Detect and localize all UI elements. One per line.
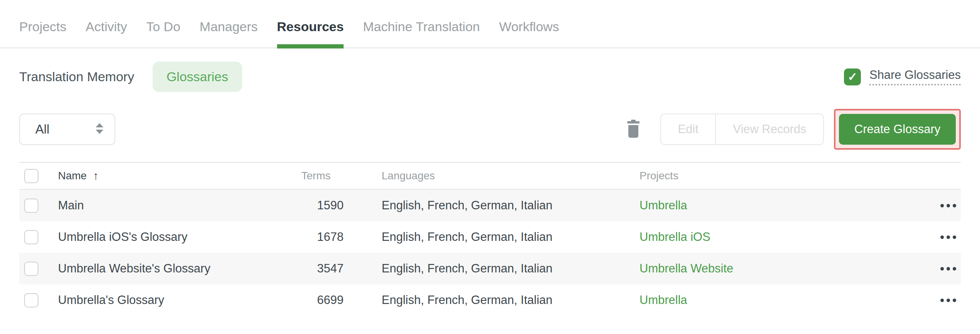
glossary-project-link[interactable]: Umbrella iOS [639, 230, 926, 244]
top-navigation: Projects Activity To Do Managers Resourc… [0, 0, 980, 48]
glossary-languages: English, French, German, Italian [382, 293, 639, 307]
share-glossaries-toggle[interactable]: ✓ Share Glossaries [844, 68, 961, 85]
glossary-project-link[interactable]: Umbrella Website [639, 262, 926, 276]
table-row: Umbrella Website's Glossary 3547 English… [19, 253, 961, 284]
glossaries-toolbar: All Edit View Records Create Glossary [19, 110, 961, 149]
glossary-name: Umbrella's Glossary [58, 293, 301, 307]
glossary-name: Umbrella iOS's Glossary [58, 230, 301, 244]
selection-actions-group: Edit View Records [660, 114, 824, 145]
row-menu-button[interactable] [926, 235, 961, 239]
create-glossary-highlight-annotation: Create Glossary [834, 109, 961, 150]
subtab-translation-memory[interactable]: Translation Memory [19, 62, 134, 92]
glossary-languages: English, French, German, Italian [382, 262, 639, 276]
glossary-project-link[interactable]: Umbrella [639, 199, 926, 212]
select-caret-icon [95, 123, 104, 136]
edit-button[interactable]: Edit [661, 114, 715, 144]
row-checkbox[interactable] [24, 293, 38, 307]
view-records-button[interactable]: View Records [715, 114, 823, 144]
share-glossaries-label[interactable]: Share Glossaries [869, 68, 961, 85]
sort-ascending-icon: ↑ [93, 169, 99, 182]
column-header-terms: Terms [301, 170, 344, 182]
glossary-name: Main [58, 199, 301, 212]
row-menu-button[interactable] [926, 267, 961, 271]
table-header-row: Name ↑ Terms Languages Projects [19, 163, 961, 190]
row-menu-button[interactable] [926, 299, 961, 302]
row-checkbox[interactable] [24, 199, 38, 213]
column-header-name[interactable]: Name ↑ [58, 169, 301, 182]
create-glossary-button[interactable]: Create Glossary [839, 114, 956, 145]
tab-machine-translation[interactable]: Machine Translation [363, 19, 480, 47]
subtab-glossaries[interactable]: Glossaries [153, 62, 242, 92]
row-checkbox[interactable] [24, 262, 38, 276]
tab-workflows[interactable]: Workflows [499, 19, 559, 47]
name-column-label: Name [58, 170, 87, 182]
checked-checkbox-icon[interactable]: ✓ [844, 68, 861, 85]
glossaries-table: Name ↑ Terms Languages Projects Main 159… [19, 162, 961, 316]
glossary-filter-select[interactable]: All [19, 114, 115, 145]
tab-projects[interactable]: Projects [19, 19, 66, 47]
glossary-name: Umbrella Website's Glossary [58, 262, 301, 276]
row-checkbox[interactable] [24, 230, 38, 244]
table-row: Main 1590 English, French, German, Itali… [19, 190, 961, 221]
tab-resources[interactable]: Resources [277, 19, 344, 47]
trash-icon [626, 134, 641, 139]
resources-subnav: Translation Memory Glossaries ✓ Share Gl… [19, 62, 961, 92]
tab-activity[interactable]: Activity [86, 19, 127, 47]
column-header-projects: Projects [639, 170, 926, 182]
filter-selected-value: All [35, 122, 50, 137]
glossary-languages: English, French, German, Italian [382, 230, 639, 244]
glossary-terms-count: 3547 [301, 262, 344, 276]
glossary-terms-count: 6699 [301, 293, 344, 307]
tab-managers[interactable]: Managers [199, 19, 257, 47]
row-menu-button[interactable] [926, 204, 961, 207]
delete-glossary-button[interactable] [622, 120, 645, 139]
select-all-checkbox[interactable] [24, 169, 38, 183]
table-row: Umbrella iOS's Glossary 1678 English, Fr… [19, 221, 961, 253]
tab-to-do[interactable]: To Do [146, 19, 181, 47]
glossary-languages: English, French, German, Italian [382, 199, 639, 212]
glossary-terms-count: 1678 [301, 230, 344, 244]
column-header-languages: Languages [382, 170, 639, 182]
table-row: Umbrella's Glossary 6699 English, French… [19, 284, 961, 316]
glossary-terms-count: 1590 [301, 199, 344, 212]
glossary-project-link[interactable]: Umbrella [639, 293, 926, 307]
